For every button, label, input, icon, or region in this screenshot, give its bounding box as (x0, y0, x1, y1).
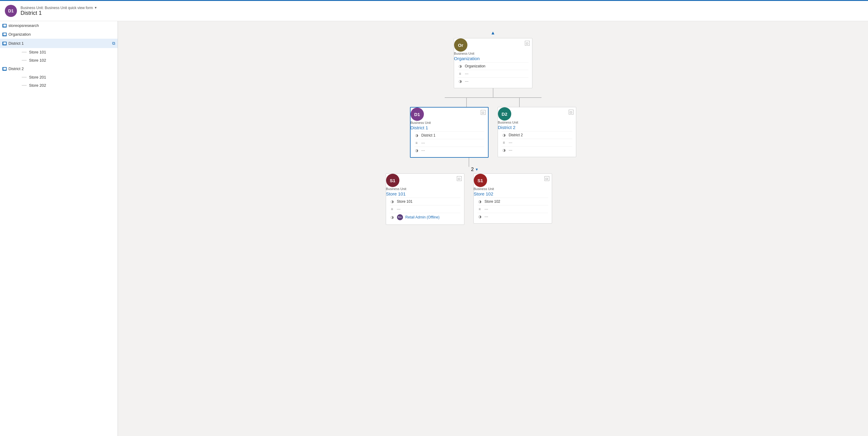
org-avatar: Or (454, 38, 467, 52)
org-type-label: Business Unit (454, 52, 532, 55)
d1-name-link[interactable]: District 1 (410, 125, 488, 130)
expand-org-button[interactable]: □ (525, 41, 530, 46)
org-card-store101: □ S1 Business Unit Store 101 ◑ Store 1 (386, 173, 464, 225)
org-field3-icon: ◑ (458, 79, 463, 84)
org-field1-icon: ◑ (458, 64, 463, 69)
org-card-store102: □ S1 Business Unit Store 102 ◑ Store 1 (473, 173, 552, 224)
folder-icon (2, 24, 7, 28)
d1-field2: ≡ --- (414, 139, 484, 146)
connector-to-d1 (466, 98, 467, 107)
s101-field3: ◑ RA Retail Admin (Offline) (390, 213, 461, 222)
sidebar-item-store101[interactable]: Store 101 (0, 48, 118, 56)
d2-type-label: Business Unit (498, 121, 576, 124)
s102-field1: ◑ Store 102 (477, 198, 548, 205)
sidebar-item-organization[interactable]: Organization (0, 30, 118, 39)
s101-field1: ◑ Store 101 (390, 198, 461, 205)
s102-field2-icon: ≡ (477, 207, 482, 211)
d2-field3-icon: ◑ (502, 148, 506, 153)
ra-avatar: RA (397, 214, 403, 220)
d1-field1-icon: ◑ (414, 133, 419, 138)
connector-to-d2 (519, 98, 520, 107)
d2-field3: ◑ --- (502, 146, 572, 154)
store102-column: □ S1 Business Unit Store 102 ◑ Store 1 (473, 173, 552, 225)
s102-field1-icon: ◑ (477, 199, 482, 204)
header: D1 Business Unit: Business Unit quick vi… (0, 0, 868, 21)
s101-field3-icon: ◑ (390, 215, 395, 220)
org-card-organization: □ Or Business Unit Organization ◑ Organi… (454, 38, 532, 88)
expand-s101-button[interactable]: □ (457, 176, 462, 181)
d2-name-link[interactable]: District 2 (498, 125, 576, 130)
d1-field2-icon: ≡ (414, 140, 419, 145)
org-name-link[interactable]: Organization (454, 56, 532, 61)
header-subtitle[interactable]: Business Unit: Business Unit quick view … (21, 6, 97, 10)
expand-d1-button[interactable]: □ (481, 110, 486, 115)
store101-column: □ S1 Business Unit Store 101 ◑ Store 1 (386, 173, 464, 225)
stores-cards-row: □ S1 Business Unit Store 101 ◑ Store 1 (386, 173, 552, 225)
header-main-title: District 1 (21, 10, 97, 16)
s102-name-link[interactable]: Store 102 (474, 191, 552, 196)
s101-avatar: S1 (386, 174, 399, 187)
s102-avatar: S1 (474, 174, 487, 187)
d1-type-label: Business Unit (410, 121, 488, 125)
count-badge-row: 2 ▼ (471, 167, 478, 172)
district-cards-row: □ D1 Business Unit District 1 ◑ Distri (410, 107, 576, 158)
s102-field3-icon: ◑ (477, 214, 482, 219)
sidebar-root-item[interactable]: storeopsresearch (0, 21, 118, 30)
org-field2-icon: ≡ (458, 71, 463, 76)
district1-column: □ D1 Business Unit District 1 ◑ Distri (410, 107, 489, 158)
main-area: ▲ □ Or Business Unit Organization ◑ Orga… (118, 21, 868, 436)
sidebar-item-district2[interactable]: District 2 (0, 64, 118, 73)
d2-avatar: D2 (498, 107, 511, 121)
d2-field1-icon: ◑ (502, 133, 506, 137)
d1-field3: ◑ --- (414, 146, 484, 154)
org-field3: ◑ --- (458, 77, 528, 85)
s101-name-link[interactable]: Store 101 (386, 191, 464, 196)
s101-type-label: Business Unit (386, 187, 464, 191)
connector-org-to-row (493, 88, 493, 97)
s101-field2-icon: ≡ (390, 207, 395, 211)
header-avatar: D1 (5, 5, 17, 17)
d1-field3-icon: ◑ (414, 148, 419, 153)
sidebar-item-store102[interactable]: Store 102 (0, 56, 118, 64)
d1-avatar: D1 (410, 107, 424, 121)
district2-folder-icon (2, 67, 7, 71)
org-card-district2: □ D2 Business Unit District 2 ◑ Distri (498, 107, 576, 157)
expand-d2-button[interactable]: □ (569, 110, 574, 114)
count-badge-number: 2 (471, 167, 474, 172)
external-link-icon[interactable]: ⧉ (112, 41, 115, 46)
org-folder-icon (2, 33, 7, 36)
district1-folder-icon (2, 42, 7, 45)
d2-field2: ≡ --- (502, 139, 572, 146)
s102-field2: ≡ --- (477, 205, 548, 213)
d2-field2-icon: ≡ (502, 140, 506, 145)
branch-h-line (445, 97, 541, 98)
org-field1: ◑ Organization (458, 62, 528, 70)
district2-column: □ D2 Business Unit District 2 ◑ Distri (498, 107, 576, 157)
count-dropdown-icon[interactable]: ▼ (475, 167, 478, 172)
org-field2: ≡ --- (458, 70, 528, 77)
d1-field1: ◑ District 1 (414, 131, 484, 139)
sidebar-item-store201[interactable]: Store 201 (0, 73, 118, 81)
app-body: storeopsresearch Organization District 1… (0, 21, 868, 436)
sidebar: storeopsresearch Organization District 1… (0, 21, 118, 436)
header-title-block: Business Unit: Business Unit quick view … (21, 6, 97, 16)
sidebar-item-district1[interactable]: District 1 ⧉ (0, 39, 118, 48)
d2-field1: ◑ District 2 (502, 131, 572, 139)
s102-type-label: Business Unit (474, 187, 552, 191)
nav-up-button[interactable]: ▲ (491, 30, 496, 36)
org-card-district1: □ D1 Business Unit District 1 ◑ Distri (410, 107, 489, 158)
expand-s102-button[interactable]: □ (545, 176, 549, 181)
s101-field2: ≡ --- (390, 205, 461, 213)
sidebar-item-store202[interactable]: Store 202 (0, 81, 118, 90)
s101-field1-icon: ◑ (390, 199, 395, 204)
s102-field3: ◑ --- (477, 213, 548, 220)
chevron-down-icon: ▼ (94, 6, 97, 9)
org-chart: ▲ □ Or Business Unit Organization ◑ Orga… (124, 27, 862, 225)
connector-d1-to-stores (469, 158, 469, 167)
